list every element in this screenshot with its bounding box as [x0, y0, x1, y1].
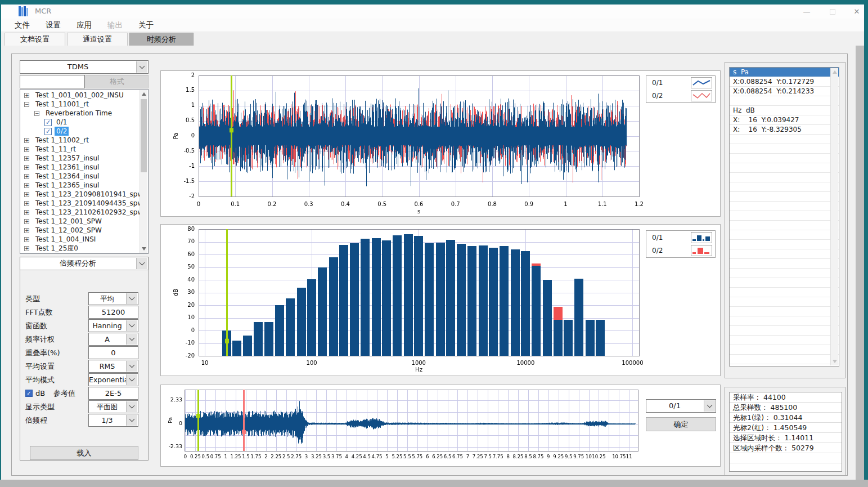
tree-item[interactable]: +Test 1_123_210914094435_spw [21, 199, 140, 208]
tree-item[interactable]: +Test 1_123_211026102932_spw [21, 208, 140, 217]
tree-scrollbar-thumb[interactable] [141, 99, 147, 172]
tree-item[interactable]: +Test 1_001_001_002_INSU [21, 91, 140, 100]
form-select-value: A [89, 333, 125, 345]
bar-swatch-blue-icon [691, 232, 712, 243]
tree-item[interactable]: +Test 1_12364_insul [21, 172, 140, 181]
expand-icon[interactable]: + [24, 183, 29, 188]
expand-icon[interactable]: + [24, 147, 29, 152]
legend-item: 0/2 [646, 244, 715, 257]
tree-item-label: Test 1_11002_rt [34, 136, 91, 145]
tab-time-frequency-analysis[interactable]: 时频分析 [129, 33, 194, 46]
tree-item[interactable]: +Test 1_12357_insul [21, 154, 140, 163]
readout-row [730, 182, 839, 192]
expand-icon[interactable]: + [24, 201, 29, 206]
expand-icon[interactable]: + [24, 156, 29, 161]
form-label: 频率计权 [25, 333, 55, 346]
scroll-up-icon[interactable] [142, 92, 146, 96]
expand-icon[interactable]: + [24, 192, 29, 197]
scroll-up-icon[interactable] [833, 70, 837, 74]
readout-row: X: 16 Y:0.039427 [730, 115, 839, 125]
overview-waveform-canvas[interactable] [161, 385, 720, 466]
analysis-type-select[interactable]: 倍频程分析 [20, 257, 149, 270]
expand-icon[interactable]: + [24, 93, 29, 98]
load-button[interactable]: 载入 [30, 446, 138, 460]
form-select[interactable]: Hanning [88, 319, 138, 332]
tree-item[interactable]: +Test 1_12365_insul [21, 181, 140, 190]
expand-icon[interactable]: + [24, 174, 29, 179]
tree-item[interactable]: +Test 1_12361_insul [21, 163, 140, 172]
expand-icon[interactable]: + [24, 165, 29, 170]
form-label: 显示类型 [25, 400, 55, 413]
readout-row [730, 202, 839, 211]
chevron-down-icon [126, 374, 137, 385]
form-input[interactable]: 0 [88, 346, 138, 359]
form-select-value: 平面图 [89, 401, 125, 413]
confirm-button[interactable]: 确定 [646, 417, 716, 431]
legend-item: 0/1 [646, 76, 715, 89]
tree-item[interactable]: +Test 1_11_rt [21, 145, 140, 154]
readout-scrollbar[interactable] [830, 68, 838, 365]
maximize-button[interactable] [820, 5, 845, 19]
tree-scrollbar[interactable] [140, 90, 147, 253]
menu-file[interactable]: 文件 [7, 20, 38, 30]
close-button[interactable]: ✕ [844, 5, 868, 19]
tree-item[interactable]: −Test 1_11001_rt [21, 100, 140, 109]
file-format-select[interactable]: TDMS [20, 60, 149, 74]
expand-icon[interactable]: + [24, 210, 29, 215]
legend-item: 0/1 [646, 231, 715, 244]
tab-channel-settings[interactable]: 通道设置 [67, 33, 128, 46]
legend-label: 0/1 [652, 234, 691, 242]
tree-item[interactable]: ✓0/2 [21, 127, 140, 136]
expand-icon[interactable]: + [24, 237, 29, 242]
tree-item[interactable]: +Test 1_123_210908101941_spw [21, 190, 140, 199]
tree-item[interactable]: ✓0/1 [21, 118, 140, 127]
tree-item[interactable]: +Test 1_25度0 [21, 244, 140, 253]
octave-spectrum-canvas[interactable] [161, 225, 720, 376]
filter-input[interactable] [20, 75, 85, 88]
db-checkbox[interactable]: ✓ [25, 390, 33, 397]
expand-icon[interactable]: + [24, 228, 29, 233]
readout-row [730, 211, 839, 221]
stats-row: 光标2(红)： 1.450549 [730, 423, 842, 433]
channel-checkbox[interactable]: ✓ [44, 119, 52, 126]
menu-apply[interactable]: 应用 [69, 20, 100, 30]
form-select[interactable]: RMS [88, 360, 138, 373]
menu-about[interactable]: 关于 [131, 20, 161, 30]
expand-icon[interactable]: + [24, 138, 29, 143]
tree-item-label: Test 1_123_210908101941_spw [34, 190, 140, 199]
tree-item[interactable]: +Test 1_12_001_SPW [21, 217, 140, 226]
tree-item[interactable]: −Reverberation Time [21, 109, 140, 118]
expand-icon[interactable]: + [24, 246, 29, 251]
readout-row [730, 154, 839, 163]
maximize-icon [830, 9, 835, 15]
octave-spectrum-panel: 0/1 0/2 [160, 224, 721, 376]
form-select-value: Exponential [89, 374, 125, 386]
statistics-panel: 采样率： 44100总采样数： 485100光标1(绿)： 0.31044光标2… [725, 387, 845, 476]
expand-icon[interactable]: + [24, 219, 29, 224]
form-select-value: RMS [89, 360, 125, 372]
tree-item[interactable]: +Test 1_11002_rt [21, 136, 140, 145]
tree-item[interactable]: +Test 1_12_002_SPW [21, 226, 140, 235]
form-select[interactable]: 平均 [88, 292, 138, 305]
collapse-icon[interactable]: − [34, 111, 39, 116]
channel-select[interactable]: 0/1 [646, 399, 716, 413]
menu-settings[interactable]: 设置 [38, 20, 69, 30]
time-waveform-canvas[interactable] [161, 71, 720, 216]
tree-item[interactable]: +Test 1_1_004_INSI [21, 235, 140, 244]
scroll-down-icon[interactable] [142, 247, 146, 251]
menubar: 文件 设置 应用 输出 关于 [1, 19, 864, 32]
waveform-legend: 0/1 0/2 [646, 75, 716, 103]
form-select[interactable]: Exponential [88, 373, 138, 386]
scroll-down-icon[interactable] [833, 360, 837, 363]
readout-row [730, 144, 839, 154]
minimize-button[interactable]: — [794, 5, 820, 19]
reference-value-input[interactable]: 2E-5 [88, 387, 138, 400]
form-select[interactable]: 1/3 [88, 414, 138, 427]
form-input[interactable]: 51200 [88, 306, 138, 319]
readout-row [730, 326, 839, 336]
form-select[interactable]: 平面图 [88, 400, 138, 413]
tab-document-settings[interactable]: 文档设置 [5, 33, 65, 46]
channel-checkbox[interactable]: ✓ [44, 128, 52, 135]
collapse-icon[interactable]: − [24, 102, 29, 107]
form-select[interactable]: A [88, 333, 138, 346]
